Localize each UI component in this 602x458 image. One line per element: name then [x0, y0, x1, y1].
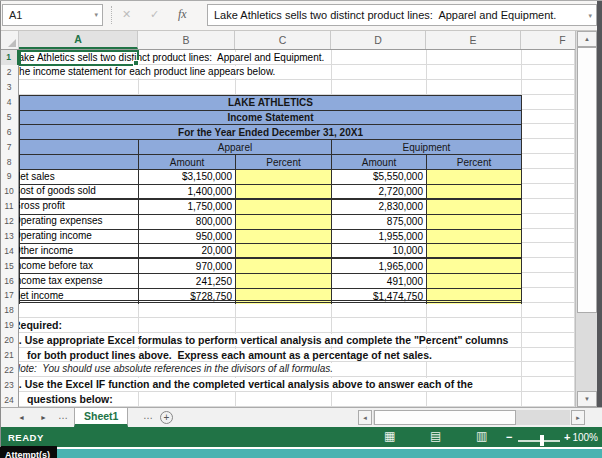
row-header-23[interactable]: 23	[0, 377, 19, 393]
cell-D10[interactable]: 2,720,000	[331, 184, 427, 200]
cell-E13[interactable]	[426, 229, 522, 245]
row-header-13[interactable]: 13	[0, 229, 19, 245]
row-header-22[interactable]: 22	[0, 362, 19, 378]
sheet-scroll-right-ellipsis[interactable]: …	[143, 410, 154, 421]
row-header-7[interactable]: 7	[0, 139, 19, 155]
sheet-grid[interactable]: Lake Athletics sells two distinct produc…	[0, 50, 575, 407]
row-header-11[interactable]: 11	[0, 199, 19, 215]
scroll-down-icon[interactable]: ▼	[577, 391, 597, 407]
sheet-nav-next-icon[interactable]: ►	[40, 414, 47, 421]
cell-A20[interactable]: 1. Use appropriate Excel formulas to per…	[13, 334, 508, 347]
formula-bar-expand-icon[interactable]: ▾	[588, 12, 592, 20]
row-header-16[interactable]: 16	[0, 273, 19, 289]
row-header-8[interactable]: 8	[0, 154, 19, 170]
cell-C12[interactable]	[235, 214, 332, 230]
cell-A7[interactable]	[19, 139, 139, 155]
cell-A22[interactable]: Note: You should use absolute references…	[13, 363, 333, 376]
horizontal-scrollbar-thumb[interactable]	[374, 410, 516, 425]
cell-D15[interactable]: 1,965,000	[331, 258, 427, 274]
row-header-2[interactable]: 2	[0, 65, 19, 81]
cell-C11[interactable]	[235, 199, 332, 215]
row-header-4[interactable]: 4	[0, 95, 19, 111]
tab-sheet1[interactable]: Sheet1	[74, 408, 128, 427]
row-header-19[interactable]: 19	[0, 318, 19, 334]
scroll-up-icon[interactable]: ▲	[577, 31, 597, 47]
cell-A21[interactable]: for both product lines above. Express ea…	[27, 349, 432, 362]
cancel-icon[interactable]: ✕	[122, 8, 131, 21]
vertical-scrollbar-thumb[interactable]	[577, 47, 597, 313]
table-col-header-2[interactable]: Amount	[331, 154, 427, 170]
insert-function-icon[interactable]: fx	[178, 7, 187, 22]
cell-D12[interactable]: 875,000	[331, 214, 427, 230]
column-header-D[interactable]: D	[331, 31, 426, 49]
cell-C14[interactable]	[235, 243, 332, 259]
page-break-view-icon[interactable]: ▥	[476, 429, 487, 443]
table-col-header-1[interactable]: Percent	[235, 154, 332, 170]
sheet-nav-prev-icon[interactable]: ◄	[18, 414, 25, 421]
cell-B10[interactable]: 1,400,000	[138, 184, 236, 200]
horizontal-scrollbar[interactable]: ◄ ►	[358, 409, 585, 426]
cell-A23[interactable]: 2. Use the Excel IF function and the com…	[13, 378, 473, 391]
vertical-scrollbar[interactable]: ▲ ▼	[575, 31, 597, 407]
scroll-right-icon[interactable]: ►	[571, 410, 585, 425]
zoom-out-icon[interactable]: −	[506, 431, 512, 443]
zoom-level-label[interactable]: 100%	[572, 432, 598, 443]
bottom-tab[interactable]: Attempt(s)	[0, 446, 57, 458]
row-header-10[interactable]: 10	[0, 184, 19, 200]
enter-icon[interactable]: ✓	[150, 8, 159, 21]
cell-B15[interactable]: 970,000	[138, 258, 236, 274]
cell-B9[interactable]: $3,150,000	[138, 169, 236, 185]
cell-B11[interactable]: 1,750,000	[138, 199, 236, 215]
formula-input[interactable]: Lake Athletics sells two distinct produc…	[207, 4, 597, 26]
row-header-1[interactable]: 1	[0, 50, 19, 66]
name-box-dropdown-icon[interactable]: ▾	[94, 11, 98, 19]
cell-C10[interactable]	[235, 184, 332, 200]
column-header-B[interactable]: B	[138, 31, 235, 49]
row-header-17[interactable]: 17	[0, 288, 19, 304]
group-header-equipment[interactable]: Equipment	[331, 139, 522, 155]
cell-D9[interactable]: $5,550,000	[331, 169, 427, 185]
column-header-A[interactable]: A	[19, 31, 138, 49]
cell-E9[interactable]	[426, 169, 522, 185]
cell-B13[interactable]: 950,000	[138, 229, 236, 245]
cell-D13[interactable]: 1,955,000	[331, 229, 427, 245]
row-header-15[interactable]: 15	[0, 258, 19, 274]
cell-C15[interactable]	[235, 258, 332, 274]
merged-title-row-4[interactable]: LAKE ATHLETICS	[19, 95, 522, 111]
column-header-E[interactable]: E	[426, 31, 521, 49]
cell-C13[interactable]	[235, 229, 332, 245]
zoom-slider-thumb[interactable]	[540, 435, 544, 446]
cell-E11[interactable]	[426, 199, 522, 215]
zoom-in-icon[interactable]: +	[564, 431, 570, 443]
row-header-14[interactable]: 14	[0, 243, 19, 259]
normal-view-icon[interactable]: ▦	[384, 429, 395, 443]
row-header-3[interactable]: 3	[0, 80, 19, 96]
sheet-scroll-left-ellipsis[interactable]: …	[58, 410, 69, 421]
cell-E12[interactable]	[426, 214, 522, 230]
scroll-left-icon[interactable]: ◄	[358, 410, 372, 425]
row-header-12[interactable]: 12	[0, 214, 19, 230]
cell-D16[interactable]: 491,000	[331, 273, 427, 289]
column-header-C[interactable]: C	[235, 31, 331, 49]
cell-A24[interactable]: questions below:	[27, 393, 113, 406]
cell-B16[interactable]: 241,250	[138, 273, 236, 289]
row-header-18[interactable]: 18	[0, 303, 19, 319]
merged-title-row-6[interactable]: For the Year Ended December 31, 20X1	[19, 124, 522, 140]
fill-handle[interactable]	[133, 60, 139, 66]
cell-C9[interactable]	[235, 169, 332, 185]
cell-B12[interactable]: 800,000	[138, 214, 236, 230]
cell-B14[interactable]: 20,000	[138, 243, 236, 259]
cell-E14[interactable]	[426, 243, 522, 259]
group-header-apparel[interactable]: Apparel	[138, 139, 332, 155]
row-header-6[interactable]: 6	[0, 124, 19, 140]
cell-A8[interactable]	[19, 154, 139, 170]
cell-E16[interactable]	[426, 273, 522, 289]
cell-D11[interactable]: 2,830,000	[331, 199, 427, 215]
name-box[interactable]: A1 ▾	[2, 4, 103, 26]
column-header-F[interactable]: F	[521, 31, 575, 49]
row-header-5[interactable]: 5	[0, 110, 19, 126]
cell-D14[interactable]: 10,000	[331, 243, 427, 259]
row-header-24[interactable]: 24	[0, 392, 19, 407]
cell-A2[interactable]: The income statement for each product li…	[13, 66, 275, 78]
page-layout-view-icon[interactable]: ▤	[430, 429, 441, 443]
